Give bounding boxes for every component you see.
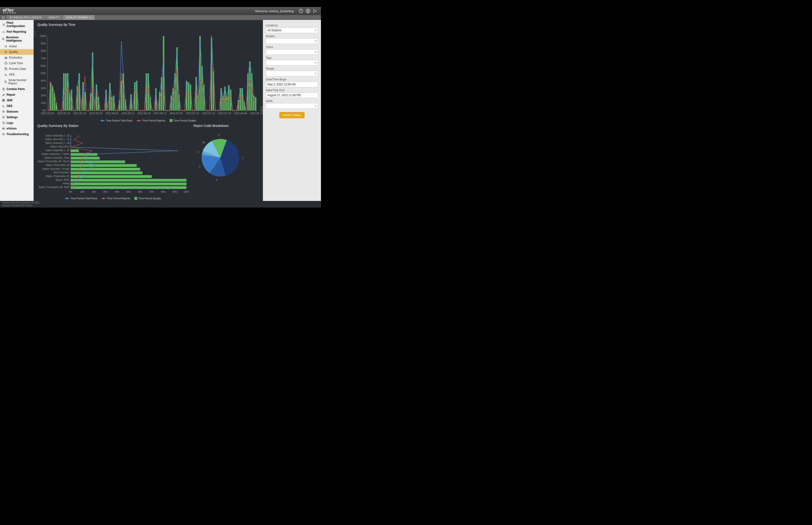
svg-point-301: [232, 110, 233, 111]
sidebar-item-serial-number-report[interactable]: Serial Number Report: [0, 77, 34, 86]
svg-point-17: [3, 134, 4, 134]
svg-point-244: [123, 88, 124, 89]
sidebar-item-logs[interactable]: Logs: [0, 120, 34, 126]
sidebar-item-evision[interactable]: eVision: [0, 126, 34, 131]
svg-text:2022-06-11: 2022-06-11: [121, 112, 134, 115]
sidebar-item-quality[interactable]: Quality: [0, 49, 34, 55]
breadcrumb-summary[interactable]: QUALITY SUMARY: [63, 15, 95, 20]
sidebar-item-label: Quality: [9, 50, 18, 54]
svg-text:30%: 30%: [103, 191, 108, 193]
svg-point-112: [79, 75, 80, 76]
svg-text:80%: 80%: [41, 49, 46, 52]
svg-text:Station: Rest OP10: Station: Rest OP10: [50, 146, 69, 148]
svg-point-238: [111, 101, 112, 102]
breadcrumb-label: BUSINESS INTELLIGENCE: [10, 16, 42, 19]
svg-point-357: [70, 143, 71, 144]
svg-rect-12: [3, 101, 3, 101]
svg-point-374: [91, 150, 92, 151]
sidebar-item-jem[interactable]: JEM: [0, 97, 34, 103]
svg-point-8: [5, 81, 6, 82]
sidebar-item-repair[interactable]: Repair: [0, 92, 34, 97]
svg-point-121: [96, 86, 97, 87]
svg-point-196: [240, 89, 241, 90]
sidebar-item-oee[interactable]: OEE: [0, 103, 34, 109]
sidebar-item-contain-parts[interactable]: Contain Parts: [0, 86, 34, 92]
locations-select[interactable]: All Stations: [266, 28, 318, 33]
svg-point-222: [81, 110, 81, 111]
grid-icon: [2, 99, 5, 102]
sidebar-item-production[interactable]: Production: [0, 55, 34, 60]
logout-icon[interactable]: [312, 8, 318, 14]
svg-point-365: [82, 172, 83, 174]
sidebar-item-andon[interactable]: Andon: [0, 44, 34, 49]
svg-point-249: [132, 110, 133, 111]
sidebar-item-troubleshooting[interactable]: Troubleshooting: [0, 131, 34, 137]
legend-parts: Time Period Total Parts: [100, 119, 133, 122]
sidebar-item-business-intelligence[interactable]: Business Intelligence: [0, 34, 34, 44]
sidebar-item-cycle-time[interactable]: Cycle Time: [0, 60, 34, 66]
svg-point-295: [220, 96, 221, 97]
footer-version: Version 8.0.20220701-1612s: [2, 204, 319, 207]
svg-text:30%: 30%: [41, 87, 46, 90]
svg-point-216: [69, 95, 70, 96]
svg-text:2022-06-03: 2022-06-03: [105, 112, 118, 115]
svg-text:10%: 10%: [80, 191, 85, 193]
tags-select[interactable]: [266, 60, 318, 65]
svg-rect-351: [71, 183, 186, 185]
reset-criteria-button[interactable]: Reset Criteria: [279, 112, 305, 118]
svg-text:Add to Numbers: Add to Numbers: [53, 171, 69, 174]
sidebar-item-label: Business Intelligence: [6, 36, 32, 42]
clock-icon: [4, 62, 7, 65]
svg-text:2022-07-13: 2022-07-13: [186, 112, 199, 115]
breadcrumb-bi[interactable]: BUSINESS INTELLIGENCE: [6, 15, 45, 20]
svg-point-254: [142, 110, 143, 111]
back-button[interactable]: [0, 15, 6, 20]
svg-point-248: [131, 101, 131, 102]
svg-point-368: [74, 183, 75, 184]
svg-point-119: [92, 54, 93, 55]
svg-point-114: [82, 84, 83, 85]
users-label: Users: [266, 45, 318, 49]
chart-icon: [4, 73, 7, 76]
time-granularity-select[interactable]: Day: [34, 31, 35, 36]
svg-point-363: [96, 165, 97, 166]
svg-point-148: [148, 74, 149, 75]
help-icon[interactable]: [298, 8, 304, 14]
shifts-select[interactable]: [266, 103, 318, 109]
sidebar-item-statuses[interactable]: Statuses: [0, 109, 34, 115]
sidebar-item-label: OEE: [6, 104, 13, 108]
sidebar-item-oee[interactable]: OEE: [0, 72, 34, 77]
svg-text:50%: 50%: [126, 191, 131, 193]
svg-point-250: [134, 93, 135, 94]
svg-point-219: [75, 110, 76, 111]
chart1-legend: Time Period Total Parts Time Period Reje…: [37, 119, 259, 122]
svg-point-206: [50, 82, 51, 83]
date-begin-input[interactable]: [266, 81, 318, 87]
svg-text:6: 6: [218, 134, 220, 136]
sidebar-item-settings[interactable]: Settings: [0, 115, 34, 120]
svg-text:Station: OP10: Station: OP10: [56, 179, 70, 181]
svg-text:80%: 80%: [161, 191, 166, 193]
date-end-input[interactable]: [266, 92, 318, 98]
logo-sub: SYSTEMS: [3, 12, 16, 14]
sidebar-item-process-data[interactable]: Process Data: [0, 66, 34, 72]
sidebar-item-part-reporting[interactable]: Part Reporting: [0, 29, 34, 34]
svg-text:100%: 100%: [40, 34, 46, 38]
range-select[interactable]: [266, 71, 318, 76]
svg-point-271: [174, 88, 175, 89]
users-select[interactable]: [266, 49, 318, 55]
svg-point-283: [198, 101, 199, 102]
date-end-label: Date/Time End: [266, 89, 318, 92]
models-select[interactable]: [266, 38, 318, 44]
svg-point-168: [186, 82, 187, 83]
globe-icon[interactable]: [305, 8, 311, 14]
sidebar-item-plant-configuration[interactable]: Plant Configuration: [0, 20, 34, 29]
svg-point-311: [251, 88, 252, 89]
svg-point-118: [90, 93, 91, 94]
panel-collapse-handle[interactable]: [261, 106, 263, 115]
sidebar-nav: Plant ConfigurationPart ReportingBusines…: [0, 20, 34, 201]
breadcrumb-quality[interactable]: QUALITY: [45, 15, 63, 20]
svg-point-310: [249, 80, 250, 81]
svg-point-359: [177, 150, 178, 151]
svg-rect-343: [71, 168, 140, 170]
